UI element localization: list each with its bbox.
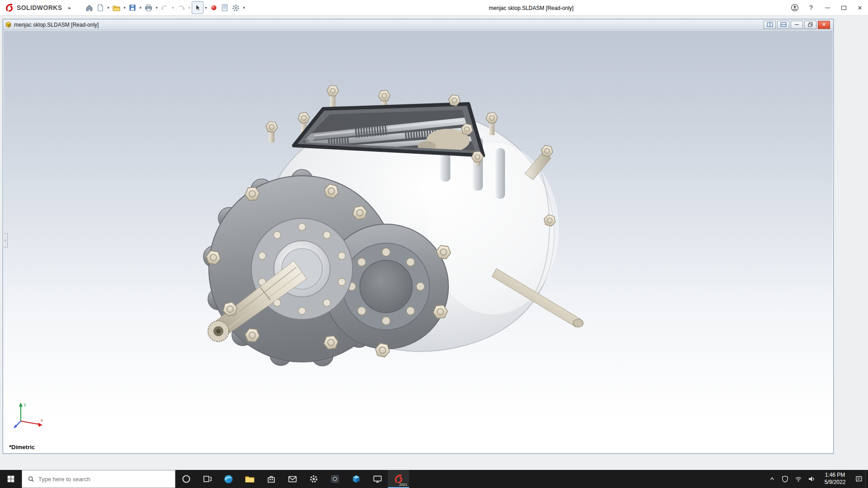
file-properties-button[interactable]: [219, 1, 230, 14]
cascade-windows-button[interactable]: [764, 21, 776, 29]
taskbar-item-store[interactable]: [260, 470, 282, 488]
housing-rib: [495, 148, 505, 199]
viewport-3d[interactable]: ‹ y x *Dimetric: [4, 31, 833, 453]
minimize-icon: [795, 24, 799, 25]
print-icon: [144, 4, 153, 12]
restore-icon: [808, 22, 813, 27]
app-window-title: menjac sklop.SLDASM [Read-only]: [457, 0, 606, 16]
redo-button[interactable]: [175, 1, 187, 14]
help-button[interactable]: ?: [803, 0, 819, 15]
print-button[interactable]: [143, 1, 154, 14]
monitor-icon: [373, 474, 382, 484]
chevron-down-icon[interactable]: ▾: [106, 5, 111, 10]
taskbar-clock[interactable]: 1:46 PM 5/9/2022: [818, 470, 852, 488]
chevron-down-icon[interactable]: ▾: [154, 5, 159, 10]
file-explorer-icon: [245, 474, 255, 484]
triad-x-label: x: [41, 418, 43, 422]
taskbar-item-cad-cube[interactable]: [345, 470, 367, 488]
app-titlebar: SOLIDWORKS ▸ ▾ ▾ ▾: [0, 0, 868, 16]
home-button[interactable]: [84, 1, 95, 14]
document-title: menjac sklop.SLDASM [Read-only]: [14, 22, 99, 28]
gear-icon: [231, 4, 240, 12]
new-document-button[interactable]: [95, 1, 106, 14]
search-input[interactable]: [38, 476, 170, 483]
close-button[interactable]: ✕: [852, 0, 868, 15]
taskbar-item-display[interactable]: [367, 470, 388, 488]
mail-envelope-icon: [288, 474, 297, 484]
store-bag-icon: [266, 474, 276, 484]
account-button[interactable]: [787, 0, 803, 15]
select-tool-button[interactable]: [192, 1, 203, 14]
app-window-controls: ? ✕: [787, 0, 868, 15]
edge-browser-icon: [223, 474, 234, 484]
chevron-down-icon[interactable]: ▾: [187, 5, 192, 10]
speaker-icon: [808, 475, 815, 483]
chevron-down-icon[interactable]: ▾: [122, 5, 127, 10]
taskbar-item-screen-capture[interactable]: [324, 470, 345, 488]
options-button[interactable]: [230, 1, 241, 14]
gear-icon: [309, 474, 319, 484]
user-account-icon: [790, 3, 799, 12]
show-desktop-button[interactable]: [865, 470, 868, 488]
defender-tray-item[interactable]: [778, 470, 792, 488]
undo-icon: [160, 4, 169, 12]
new-document-icon: [96, 4, 104, 12]
output-shaft-end: [573, 319, 583, 327]
chevron-down-icon[interactable]: ▾: [203, 5, 208, 10]
gearbox-assembly-model[interactable]: [193, 80, 590, 378]
redo-icon: [177, 4, 185, 12]
screen-capture-icon: [330, 474, 340, 484]
save-button[interactable]: [127, 1, 138, 14]
network-tray-item[interactable]: [792, 470, 805, 488]
tile-windows-button[interactable]: [777, 21, 789, 29]
cortana-icon: [181, 474, 191, 484]
chevron-down-icon[interactable]: ▾: [241, 5, 246, 10]
minimize-button[interactable]: [819, 0, 835, 15]
document-titlebar[interactable]: menjac sklop.SLDASM [Read-only]: [3, 19, 833, 30]
doc-close-button[interactable]: ✕: [818, 21, 830, 29]
taskbar-item-edge[interactable]: [218, 470, 239, 488]
solidworks-logo-text: SOLIDWORKS: [17, 4, 62, 11]
document-window: menjac sklop.SLDASM [Read-only]: [3, 19, 834, 454]
red-sphere-icon: [210, 4, 218, 12]
home-icon: [85, 4, 94, 12]
doc-restore-button[interactable]: [804, 21, 816, 29]
solidworks-logo-icon: [5, 3, 14, 13]
triad-y-label: y: [24, 402, 26, 407]
file-properties-icon: [221, 4, 229, 12]
doc-minimize-button[interactable]: [791, 21, 803, 29]
taskbar-item-cortana[interactable]: [175, 470, 197, 488]
cascade-windows-icon: [767, 22, 773, 28]
toolbar-expand-arrow-icon[interactable]: ▸: [66, 5, 74, 11]
assembly-document-icon: [5, 21, 12, 28]
3dexperience-button[interactable]: [208, 1, 219, 14]
chevron-down-icon[interactable]: ▾: [138, 5, 143, 10]
3d-cube-icon: [351, 474, 361, 484]
chevron-up-icon: [769, 476, 775, 482]
shield-icon: [782, 475, 788, 483]
view-orientation-label: *Dimetric: [9, 444, 35, 450]
taskbar-item-settings[interactable]: [303, 470, 324, 488]
start-button[interactable]: [0, 470, 22, 488]
side-cover-center: [360, 260, 412, 313]
minimize-icon: [825, 8, 830, 8]
taskbar-item-solidworks[interactable]: 2021: [388, 470, 409, 488]
maximize-button[interactable]: [835, 0, 852, 15]
hidden-icons-button[interactable]: [765, 470, 778, 488]
solidworks-version-badge: 2021: [399, 483, 407, 487]
maximize-icon: [841, 6, 846, 10]
clock-date: 5/9/2022: [825, 479, 846, 486]
search-icon: [28, 475, 34, 483]
feature-tree-collapse-tab[interactable]: ‹: [4, 233, 8, 248]
undo-button[interactable]: [159, 1, 170, 14]
action-center-button[interactable]: [852, 470, 865, 488]
taskbar-item-task-view[interactable]: [197, 470, 218, 488]
taskbar-item-mail[interactable]: [282, 470, 303, 488]
chevron-down-icon[interactable]: ▾: [170, 5, 175, 10]
quick-access-toolbar: ▾ ▾ ▾ ▾ ▾: [84, 1, 246, 14]
taskbar-item-file-explorer[interactable]: [239, 470, 260, 488]
open-button[interactable]: [111, 1, 122, 14]
volume-tray-item[interactable]: [805, 470, 818, 488]
solidworks-logo: SOLIDWORKS: [0, 3, 66, 13]
taskbar-search-box[interactable]: [22, 470, 175, 488]
